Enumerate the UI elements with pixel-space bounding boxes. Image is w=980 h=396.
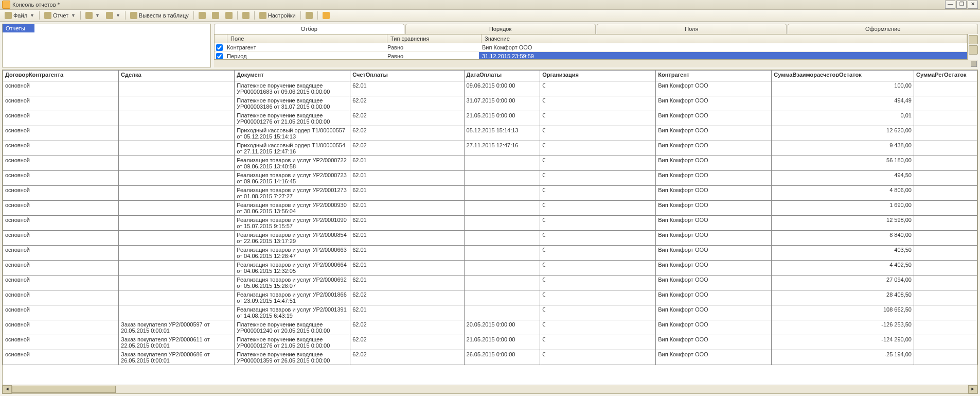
toolbar-button-5[interactable] bbox=[223, 10, 235, 21]
table-row[interactable]: основнойРеализация товаров и услуг УР2/0… bbox=[3, 171, 977, 186]
table-cell: основной bbox=[3, 305, 119, 320]
table-row[interactable]: основнойПлатежное поручение входящее УР0… bbox=[3, 96, 977, 111]
table-cell bbox=[914, 290, 977, 305]
toolbar-button-7[interactable] bbox=[303, 10, 315, 21]
filter-value[interactable]: Вип Комфорт ООО bbox=[479, 43, 967, 51]
scroll-track[interactable] bbox=[12, 386, 968, 393]
column-header[interactable]: СуммаРегОстаток bbox=[914, 71, 977, 81]
to-table-button[interactable]: Вывести в таблицу bbox=[128, 10, 191, 21]
table-row[interactable]: основнойПлатежное поручение входящее УР0… bbox=[3, 81, 977, 96]
filter-row[interactable]: КонтрагентРавноВип Комфорт ООО bbox=[215, 43, 967, 52]
main-toolbar: Файл▼ Отчет▼ ▼ ▼ Вывести в таблицу Настр… bbox=[0, 10, 980, 22]
window-buttons: — ❐ ✕ bbox=[945, 1, 978, 9]
copy-icon[interactable] bbox=[969, 45, 978, 55]
toolbar-button-2[interactable]: ▼ bbox=[103, 10, 123, 21]
table-cell: Вип Комфорт ООО bbox=[656, 216, 772, 231]
column-header[interactable]: Сделка bbox=[119, 71, 235, 81]
toolbar-button-6[interactable] bbox=[240, 10, 252, 21]
table-cell: Вип Комфорт ООО bbox=[656, 81, 772, 96]
table-row[interactable]: основнойЗаказ покупателя УР2/0000686 от … bbox=[3, 350, 977, 365]
table-cell: основной bbox=[3, 320, 119, 335]
chevron-down-icon: ▼ bbox=[71, 13, 76, 18]
toolbar-button-1[interactable]: ▼ bbox=[83, 10, 102, 21]
filter-value[interactable]: 31.12.2015 23:59:59 bbox=[479, 52, 967, 60]
scroll-left-button[interactable]: ◄ bbox=[3, 385, 12, 393]
table-row[interactable]: основнойРеализация товаров и услуг УР2/0… bbox=[3, 246, 977, 261]
chevron-down-icon: ▼ bbox=[116, 13, 120, 18]
toolbar-button-4[interactable] bbox=[209, 10, 222, 21]
table-cell bbox=[464, 216, 540, 231]
scroll-thumb[interactable] bbox=[971, 61, 977, 67]
tab-fields[interactable]: Поля bbox=[597, 24, 787, 34]
column-header[interactable]: Контрагент bbox=[656, 71, 772, 81]
report-menu[interactable]: Отчет▼ bbox=[42, 10, 78, 21]
table-row[interactable]: основнойРеализация товаров и услуг УР2/0… bbox=[3, 290, 977, 305]
table-row[interactable]: основнойРеализация товаров и услуг УР2/0… bbox=[3, 261, 977, 276]
column-header[interactable]: СуммаВзаиморасчетовОстаток bbox=[772, 71, 914, 81]
filter-checkbox[interactable] bbox=[215, 44, 224, 51]
table-row[interactable]: основнойРеализация товаров и услуг УР2/0… bbox=[3, 276, 977, 290]
settings-button[interactable]: Настройки bbox=[257, 10, 298, 21]
restore-button[interactable]: ❐ bbox=[956, 1, 967, 9]
table-row[interactable]: основнойПлатежное поручение входящее УР0… bbox=[3, 111, 977, 126]
table-cell: Приходный кассовый ордер Т1/00000554 от … bbox=[235, 141, 350, 156]
window-title: Консоль отчетов * bbox=[12, 2, 945, 8]
table-cell: 100,00 bbox=[772, 81, 914, 96]
column-header[interactable]: Документ bbox=[235, 71, 350, 81]
table-row[interactable]: основнойПриходный кассовый ордер Т1/0000… bbox=[3, 141, 977, 156]
table-row[interactable]: основнойЗаказ покупателя УР2/0000611 от … bbox=[3, 335, 977, 350]
scroll-thumb[interactable] bbox=[12, 386, 116, 393]
table-cell: Вип Комфорт ООО bbox=[656, 156, 772, 171]
table-row[interactable]: основнойПриходный кассовый ордер Т1/0000… bbox=[3, 126, 977, 141]
column-header[interactable]: Организация bbox=[540, 71, 656, 81]
data-header-row: ДоговорКонтрагентаСделкаДокументСчетОпла… bbox=[3, 71, 977, 81]
filter-checkbox[interactable] bbox=[215, 53, 224, 60]
table-cell: Вип Комфорт ООО bbox=[656, 246, 772, 261]
table-cell bbox=[464, 156, 540, 171]
toolbar-separator bbox=[39, 11, 40, 20]
reports-tree[interactable]: Отчеты bbox=[2, 24, 211, 67]
table-cell: 28 408,50 bbox=[772, 290, 914, 305]
table-row[interactable]: основнойРеализация товаров и услуг УР2/0… bbox=[3, 216, 977, 231]
scroll-right-button[interactable]: ► bbox=[968, 385, 977, 393]
tab-format[interactable]: Оформление bbox=[788, 24, 978, 34]
reports-header: Отчеты bbox=[3, 24, 34, 32]
column-header[interactable]: ДоговорКонтрагента bbox=[3, 71, 119, 81]
filter-grid[interactable]: Поле Тип сравнения Значение КонтрагентРа… bbox=[214, 34, 968, 60]
table-row[interactable]: основнойРеализация товаров и услуг УР2/0… bbox=[3, 201, 977, 216]
file-menu[interactable]: Файл▼ bbox=[2, 10, 37, 21]
minimize-button[interactable]: — bbox=[945, 1, 955, 9]
table-cell: основной bbox=[3, 156, 119, 171]
table-cell bbox=[119, 231, 235, 246]
horizontal-scrollbar[interactable]: ◄ ► bbox=[3, 385, 977, 393]
table-row[interactable]: основнойРеализация товаров и услуг УР2/0… bbox=[3, 305, 977, 320]
table-row[interactable]: основнойРеализация товаров и услуг УР2/0… bbox=[3, 156, 977, 171]
table-row[interactable]: основнойРеализация товаров и услуг УР2/0… bbox=[3, 186, 977, 201]
column-header[interactable]: ДатаОплаты bbox=[464, 71, 540, 81]
refresh-icon bbox=[212, 12, 219, 19]
table-cell: ООО bbox=[540, 350, 656, 365]
data-scroll[interactable]: ДоговорКонтрагентаСделкаДокументСчетОпла… bbox=[3, 70, 977, 385]
filter-col-val: Значение bbox=[482, 35, 967, 43]
edit-icon[interactable] bbox=[969, 35, 978, 44]
help-button[interactable] bbox=[320, 10, 332, 21]
table-cell: Вип Комфорт ООО bbox=[656, 126, 772, 141]
tab-filter[interactable]: Отбор bbox=[214, 24, 404, 34]
filter-hscroll[interactable] bbox=[214, 60, 978, 67]
table-cell: Реализация товаров и услуг УР2/0000692 о… bbox=[235, 276, 350, 290]
filter-row[interactable]: ПериодРавно31.12.2015 23:59:59 bbox=[215, 52, 967, 60]
save-icon bbox=[106, 12, 113, 19]
table-row[interactable]: основнойЗаказ покупателя УР2/0000597 от … bbox=[3, 320, 977, 335]
toolbar-separator bbox=[254, 11, 255, 20]
table-cell: ООО bbox=[540, 186, 656, 201]
tab-order[interactable]: Порядок bbox=[405, 24, 596, 34]
table-cell: Вип Комфорт ООО bbox=[656, 335, 772, 350]
table-cell: основной bbox=[3, 350, 119, 365]
table-cell bbox=[914, 141, 977, 156]
close-button[interactable]: ✕ bbox=[968, 1, 978, 9]
table-row[interactable]: основнойРеализация товаров и услуг УР2/0… bbox=[3, 231, 977, 246]
settings-pane: Отбор Порядок Поля Оформление Поле Тип с… bbox=[214, 24, 978, 67]
toolbar-button-3[interactable] bbox=[196, 10, 208, 21]
column-header[interactable]: СчетОплаты bbox=[350, 71, 464, 81]
table-cell bbox=[119, 201, 235, 216]
